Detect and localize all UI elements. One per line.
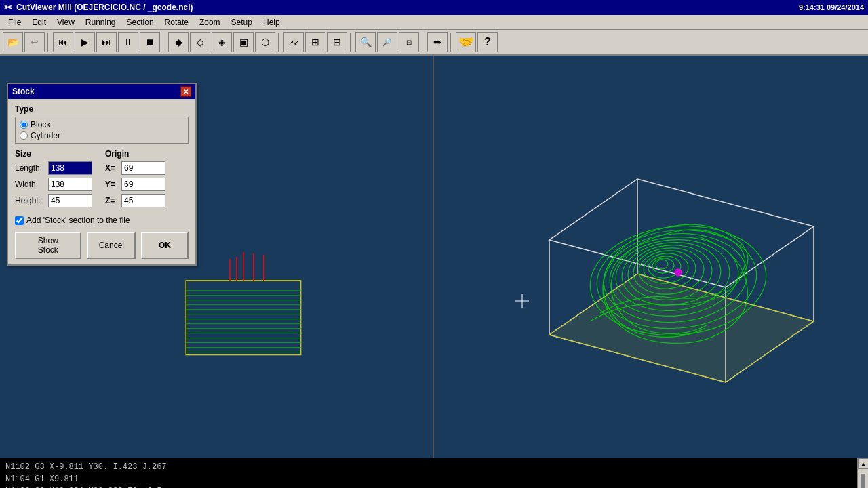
titlebar-left: ✂ CutViewer Mill (OEJERCICIO.NC / _gcode…: [4, 2, 193, 13]
add-stock-checkbox[interactable]: [15, 216, 24, 225]
toolbar-help[interactable]: ?: [477, 32, 498, 52]
width-row: Width:: [15, 178, 98, 191]
gcode-line: N1104 G1 X9.811: [5, 473, 852, 485]
menu-help[interactable]: Help: [258, 16, 285, 28]
gcode-scrollbar: ▲ ▼: [857, 458, 868, 488]
gcode-line: N1102 G3 X-9.811 Y30. I.423 J.267: [5, 461, 852, 473]
scroll-track: [858, 469, 868, 488]
show-stock-button[interactable]: Show Stock: [15, 232, 81, 259]
cancel-button[interactable]: Cancel: [87, 232, 136, 259]
gcode-text[interactable]: N1102 G3 X-9.811 Y30. I.423 J.267 N1104 …: [0, 458, 857, 488]
toolbar-view2[interactable]: ⊞: [305, 32, 326, 52]
gcode-area-container: N1102 G3 X-9.811 Y30. I.423 J.267 N1104 …: [0, 458, 868, 488]
origin-group: Origin X= Y= Z=: [105, 149, 189, 210]
toolbar-tool1[interactable]: ◆: [168, 32, 189, 52]
z-label: Z=: [105, 196, 119, 205]
length-row: Length:: [15, 161, 98, 175]
toolbar-undo[interactable]: ↩: [24, 32, 45, 52]
size-group: Size Length: Width: Height:: [15, 149, 98, 210]
y-row: Y=: [105, 178, 189, 191]
toolbar-tool3[interactable]: ◈: [212, 32, 232, 52]
radio-cylinder-row: Cylinder: [20, 131, 184, 140]
toolbar-stop[interactable]: ⏹: [140, 32, 160, 52]
x-input[interactable]: [121, 161, 165, 175]
toolbar-sep4: [350, 33, 353, 52]
checkbox-label: Add 'Stock' section to the file: [26, 216, 130, 225]
menu-rotate[interactable]: Rotate: [159, 16, 194, 28]
dialog-body: Type Block Cylinder Size: [8, 99, 195, 264]
toolbar-rewind[interactable]: ⏮: [53, 32, 73, 52]
height-row: Height:: [15, 194, 98, 207]
3d-viewport: [434, 56, 868, 458]
length-input[interactable]: [48, 161, 92, 175]
dialog-titlebar: Stock ✕: [8, 84, 195, 99]
toolbar-zoom-fit[interactable]: ⊡: [399, 32, 419, 52]
toolbar-play[interactable]: ▶: [75, 32, 95, 52]
height-label: Height:: [15, 196, 45, 205]
origin-label: Origin: [105, 149, 189, 159]
toolbar-sep3: [278, 33, 281, 52]
menu-file[interactable]: File: [3, 16, 26, 28]
ok-button[interactable]: OK: [141, 232, 189, 259]
toolbar-forward[interactable]: ⏭: [96, 32, 117, 52]
dialog-close-button[interactable]: ✕: [180, 86, 191, 97]
toolbar-view1[interactable]: ↗↙: [283, 32, 304, 52]
menu-running[interactable]: Running: [80, 16, 121, 28]
scroll-thumb[interactable]: [861, 474, 865, 488]
y-label: Y=: [105, 180, 119, 189]
checkbox-row: Add 'Stock' section to the file: [15, 216, 189, 225]
radio-cylinder[interactable]: [20, 131, 28, 140]
toolbar-sep2: [163, 33, 165, 52]
toolbar-sep1: [47, 33, 50, 52]
scroll-up-button[interactable]: ▲: [858, 458, 868, 469]
toolbar-tool5[interactable]: ⬡: [255, 32, 275, 52]
left-viewport: Stock ✕ Type Block Cylinder: [0, 56, 434, 458]
toolbar-sep6: [450, 33, 453, 52]
x-label: X=: [105, 163, 119, 173]
toolbar-tool2[interactable]: ◇: [190, 32, 210, 52]
radio-block-row: Block: [20, 120, 184, 129]
height-input[interactable]: [48, 194, 92, 207]
right-viewport: [434, 56, 868, 458]
toolbar-sep5: [422, 33, 425, 52]
app-title: CutViewer Mill (OEJERCICIO.NC / _gcode.n…: [16, 3, 193, 12]
titlebar: ✂ CutViewer Mill (OEJERCICIO.NC / _gcode…: [0, 0, 868, 15]
menu-section[interactable]: Section: [121, 16, 159, 28]
type-label: Type: [15, 104, 189, 114]
z-row: Z=: [105, 194, 189, 207]
radio-block-label: Block: [31, 120, 50, 129]
menubar: File Edit View Running Section Rotate Zo…: [0, 15, 868, 30]
toolbar: 📂 ↩ ⏮ ▶ ⏭ ⏸ ⏹ ◆ ◇ ◈ ▣ ⬡ ↗↙ ⊞ ⊟ 🔍 🔎 ⊡ ➡ 🤝…: [0, 30, 868, 56]
type-radio-group: Block Cylinder: [15, 117, 189, 144]
menu-setup[interactable]: Setup: [226, 16, 258, 28]
toolbar-zoom-in[interactable]: 🔍: [355, 32, 376, 52]
dialog-buttons: Show Stock Cancel OK: [15, 232, 189, 259]
x-row: X=: [105, 161, 189, 175]
width-input[interactable]: [48, 178, 92, 191]
size-origin-section: Size Length: Width: Height:: [15, 149, 189, 210]
dialog-title: Stock: [12, 87, 35, 96]
size-label: Size: [15, 149, 98, 159]
menu-view[interactable]: View: [52, 16, 80, 28]
toolbar-view3[interactable]: ⊟: [327, 32, 347, 52]
toolbar-arrow[interactable]: ➡: [427, 32, 448, 52]
width-label: Width:: [15, 180, 45, 189]
main-content: Stock ✕ Type Block Cylinder: [0, 56, 868, 458]
toolbar-zoom-out[interactable]: 🔎: [377, 32, 397, 52]
svg-point-44: [675, 269, 682, 276]
menu-edit[interactable]: Edit: [26, 16, 52, 28]
toolbar-machine[interactable]: 🤝: [456, 32, 476, 52]
gcode-line: N1106 G3 X10.234 Y30.233 I0. J.5: [5, 485, 852, 488]
radio-cylinder-label: Cylinder: [31, 131, 60, 140]
stock-dialog: Stock ✕ Type Block Cylinder: [7, 83, 197, 266]
y-input[interactable]: [121, 178, 165, 191]
toolbar-open[interactable]: 📂: [3, 32, 23, 52]
toolbar-pause[interactable]: ⏸: [118, 32, 138, 52]
z-input[interactable]: [121, 194, 165, 207]
menu-zoom[interactable]: Zoom: [194, 16, 226, 28]
radio-block[interactable]: [20, 121, 28, 129]
length-label: Length:: [15, 163, 45, 173]
toolbar-tool4[interactable]: ▣: [233, 32, 254, 52]
app-icon: ✂: [4, 2, 12, 13]
titlebar-datetime: 9:14:31 09/24/2014: [799, 3, 864, 12]
